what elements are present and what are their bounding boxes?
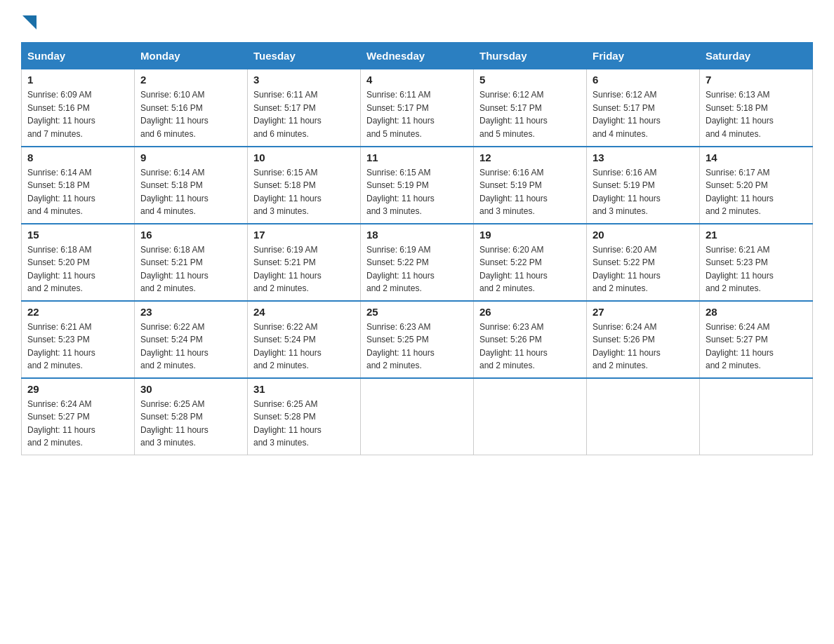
day-number: 15 bbox=[27, 229, 128, 241]
calendar-day-cell bbox=[587, 378, 700, 455]
calendar-week-row: 8 Sunrise: 6:14 AM Sunset: 5:18 PM Dayli… bbox=[22, 147, 813, 224]
day-info: Sunrise: 6:23 AM Sunset: 5:25 PM Dayligh… bbox=[366, 321, 468, 373]
calendar-day-cell: 16 Sunrise: 6:18 AM Sunset: 5:21 PM Dayl… bbox=[135, 224, 248, 301]
logo bbox=[21, 14, 37, 29]
day-info: Sunrise: 6:25 AM Sunset: 5:28 PM Dayligh… bbox=[140, 398, 241, 450]
calendar-day-cell: 10 Sunrise: 6:15 AM Sunset: 5:18 PM Dayl… bbox=[248, 147, 361, 224]
calendar-header-sunday: Sunday bbox=[22, 43, 135, 69]
calendar-day-cell: 11 Sunrise: 6:15 AM Sunset: 5:19 PM Dayl… bbox=[361, 147, 474, 224]
day-number: 2 bbox=[140, 74, 241, 86]
calendar-day-cell: 5 Sunrise: 6:12 AM Sunset: 5:17 PM Dayli… bbox=[474, 69, 587, 147]
calendar-day-cell: 9 Sunrise: 6:14 AM Sunset: 5:18 PM Dayli… bbox=[135, 147, 248, 224]
day-info: Sunrise: 6:12 AM Sunset: 5:17 PM Dayligh… bbox=[479, 88, 581, 140]
calendar-day-cell: 15 Sunrise: 6:18 AM Sunset: 5:20 PM Dayl… bbox=[22, 224, 135, 301]
day-number: 28 bbox=[706, 306, 807, 318]
calendar-day-cell: 17 Sunrise: 6:19 AM Sunset: 5:21 PM Dayl… bbox=[248, 224, 361, 301]
day-number: 9 bbox=[140, 152, 241, 163]
day-info: Sunrise: 6:09 AM Sunset: 5:16 PM Dayligh… bbox=[27, 88, 128, 140]
day-info: Sunrise: 6:24 AM Sunset: 5:27 PM Dayligh… bbox=[27, 398, 128, 450]
calendar-week-row: 22 Sunrise: 6:21 AM Sunset: 5:23 PM Dayl… bbox=[22, 301, 813, 378]
day-info: Sunrise: 6:16 AM Sunset: 5:19 PM Dayligh… bbox=[479, 166, 581, 218]
calendar-day-cell: 20 Sunrise: 6:20 AM Sunset: 5:22 PM Dayl… bbox=[587, 224, 700, 301]
svg-marker-0 bbox=[22, 15, 37, 29]
calendar-day-cell: 4 Sunrise: 6:11 AM Sunset: 5:17 PM Dayli… bbox=[361, 69, 474, 147]
logo-triangle-icon bbox=[22, 15, 37, 29]
day-info: Sunrise: 6:18 AM Sunset: 5:21 PM Dayligh… bbox=[140, 243, 241, 295]
page-header bbox=[21, 14, 813, 29]
calendar-day-cell: 31 Sunrise: 6:25 AM Sunset: 5:28 PM Dayl… bbox=[248, 378, 361, 455]
day-number: 7 bbox=[706, 74, 807, 86]
day-number: 10 bbox=[253, 152, 355, 163]
day-info: Sunrise: 6:15 AM Sunset: 5:19 PM Dayligh… bbox=[366, 166, 468, 218]
day-info: Sunrise: 6:25 AM Sunset: 5:28 PM Dayligh… bbox=[253, 398, 355, 450]
day-info: Sunrise: 6:16 AM Sunset: 5:19 PM Dayligh… bbox=[593, 166, 694, 218]
day-number: 29 bbox=[27, 383, 128, 395]
day-info: Sunrise: 6:15 AM Sunset: 5:18 PM Dayligh… bbox=[253, 166, 355, 218]
calendar-day-cell: 19 Sunrise: 6:20 AM Sunset: 5:22 PM Dayl… bbox=[474, 224, 587, 301]
calendar-day-cell: 1 Sunrise: 6:09 AM Sunset: 5:16 PM Dayli… bbox=[22, 69, 135, 147]
calendar-day-cell: 18 Sunrise: 6:19 AM Sunset: 5:22 PM Dayl… bbox=[361, 224, 474, 301]
calendar-day-cell: 29 Sunrise: 6:24 AM Sunset: 5:27 PM Dayl… bbox=[22, 378, 135, 455]
calendar-day-cell: 25 Sunrise: 6:23 AM Sunset: 5:25 PM Dayl… bbox=[361, 301, 474, 378]
calendar-day-cell bbox=[361, 378, 474, 455]
day-info: Sunrise: 6:13 AM Sunset: 5:18 PM Dayligh… bbox=[706, 88, 807, 140]
day-info: Sunrise: 6:22 AM Sunset: 5:24 PM Dayligh… bbox=[253, 321, 355, 373]
calendar-header-wednesday: Wednesday bbox=[361, 43, 474, 69]
day-info: Sunrise: 6:20 AM Sunset: 5:22 PM Dayligh… bbox=[593, 243, 694, 295]
calendar-day-cell: 8 Sunrise: 6:14 AM Sunset: 5:18 PM Dayli… bbox=[22, 147, 135, 224]
day-info: Sunrise: 6:24 AM Sunset: 5:26 PM Dayligh… bbox=[593, 321, 694, 373]
calendar-day-cell: 2 Sunrise: 6:10 AM Sunset: 5:16 PM Dayli… bbox=[135, 69, 248, 147]
day-number: 21 bbox=[706, 229, 807, 241]
calendar-week-row: 15 Sunrise: 6:18 AM Sunset: 5:20 PM Dayl… bbox=[22, 224, 813, 301]
day-info: Sunrise: 6:23 AM Sunset: 5:26 PM Dayligh… bbox=[479, 321, 581, 373]
day-number: 6 bbox=[593, 74, 694, 86]
day-info: Sunrise: 6:21 AM Sunset: 5:23 PM Dayligh… bbox=[27, 321, 128, 373]
day-info: Sunrise: 6:21 AM Sunset: 5:23 PM Dayligh… bbox=[706, 243, 807, 295]
calendar-day-cell: 6 Sunrise: 6:12 AM Sunset: 5:17 PM Dayli… bbox=[587, 69, 700, 147]
day-info: Sunrise: 6:11 AM Sunset: 5:17 PM Dayligh… bbox=[253, 88, 355, 140]
day-number: 13 bbox=[593, 152, 694, 163]
day-info: Sunrise: 6:19 AM Sunset: 5:21 PM Dayligh… bbox=[253, 243, 355, 295]
calendar-day-cell: 30 Sunrise: 6:25 AM Sunset: 5:28 PM Dayl… bbox=[135, 378, 248, 455]
day-info: Sunrise: 6:22 AM Sunset: 5:24 PM Dayligh… bbox=[140, 321, 241, 373]
day-number: 20 bbox=[593, 229, 694, 241]
day-info: Sunrise: 6:10 AM Sunset: 5:16 PM Dayligh… bbox=[140, 88, 241, 140]
day-number: 16 bbox=[140, 229, 241, 241]
calendar-day-cell: 7 Sunrise: 6:13 AM Sunset: 5:18 PM Dayli… bbox=[700, 69, 813, 147]
calendar-day-cell bbox=[700, 378, 813, 455]
calendar-table: SundayMondayTuesdayWednesdayThursdayFrid… bbox=[21, 42, 813, 455]
day-number: 5 bbox=[479, 74, 581, 86]
day-info: Sunrise: 6:17 AM Sunset: 5:20 PM Dayligh… bbox=[706, 166, 807, 218]
calendar-header-row: SundayMondayTuesdayWednesdayThursdayFrid… bbox=[22, 43, 813, 69]
day-number: 22 bbox=[27, 306, 128, 318]
calendar-day-cell: 3 Sunrise: 6:11 AM Sunset: 5:17 PM Dayli… bbox=[248, 69, 361, 147]
day-number: 19 bbox=[479, 229, 581, 241]
day-info: Sunrise: 6:14 AM Sunset: 5:18 PM Dayligh… bbox=[140, 166, 241, 218]
day-number: 18 bbox=[366, 229, 468, 241]
calendar-day-cell: 27 Sunrise: 6:24 AM Sunset: 5:26 PM Dayl… bbox=[587, 301, 700, 378]
day-number: 4 bbox=[366, 74, 468, 86]
calendar-header-thursday: Thursday bbox=[474, 43, 587, 69]
day-number: 11 bbox=[366, 152, 468, 163]
calendar-day-cell: 28 Sunrise: 6:24 AM Sunset: 5:27 PM Dayl… bbox=[700, 301, 813, 378]
day-number: 17 bbox=[253, 229, 355, 241]
day-info: Sunrise: 6:24 AM Sunset: 5:27 PM Dayligh… bbox=[706, 321, 807, 373]
day-number: 3 bbox=[253, 74, 355, 86]
calendar-header-friday: Friday bbox=[587, 43, 700, 69]
day-info: Sunrise: 6:19 AM Sunset: 5:22 PM Dayligh… bbox=[366, 243, 468, 295]
day-number: 25 bbox=[366, 306, 468, 318]
calendar-week-row: 1 Sunrise: 6:09 AM Sunset: 5:16 PM Dayli… bbox=[22, 69, 813, 147]
day-info: Sunrise: 6:12 AM Sunset: 5:17 PM Dayligh… bbox=[593, 88, 694, 140]
calendar-week-row: 29 Sunrise: 6:24 AM Sunset: 5:27 PM Dayl… bbox=[22, 378, 813, 455]
day-number: 27 bbox=[593, 306, 694, 318]
day-number: 8 bbox=[27, 152, 128, 163]
calendar-day-cell: 26 Sunrise: 6:23 AM Sunset: 5:26 PM Dayl… bbox=[474, 301, 587, 378]
calendar-header-monday: Monday bbox=[135, 43, 248, 69]
day-number: 31 bbox=[253, 383, 355, 395]
day-number: 26 bbox=[479, 306, 581, 318]
day-number: 30 bbox=[140, 383, 241, 395]
day-info: Sunrise: 6:14 AM Sunset: 5:18 PM Dayligh… bbox=[27, 166, 128, 218]
day-info: Sunrise: 6:18 AM Sunset: 5:20 PM Dayligh… bbox=[27, 243, 128, 295]
day-number: 23 bbox=[140, 306, 241, 318]
calendar-header-tuesday: Tuesday bbox=[248, 43, 361, 69]
